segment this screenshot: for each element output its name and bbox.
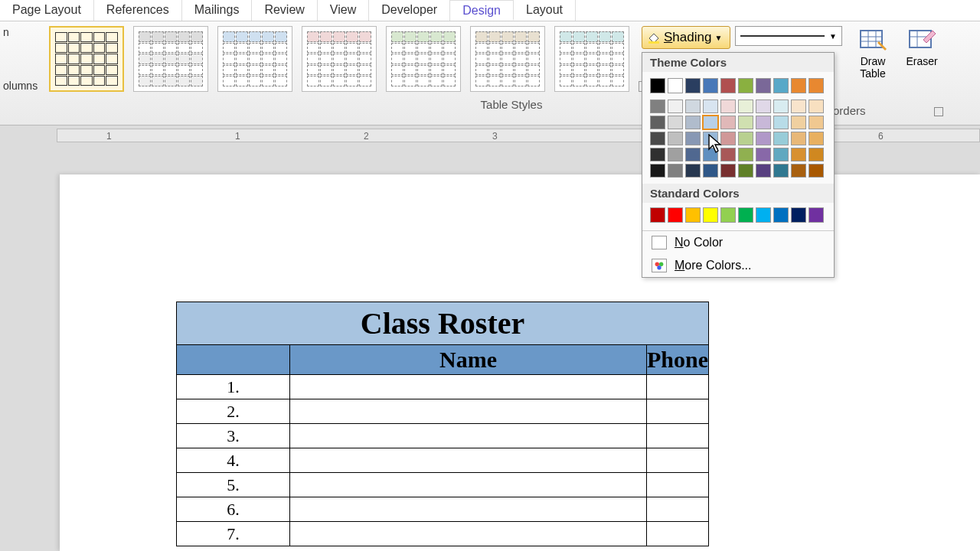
draw-table-button[interactable]: DrawTable	[851, 26, 894, 80]
color-swatch[interactable]	[808, 148, 824, 161]
tab-view[interactable]: View	[318, 0, 369, 21]
table-style-thumb-7[interactable]	[554, 26, 629, 92]
color-swatch[interactable]	[650, 99, 665, 113]
color-swatch[interactable]	[650, 116, 665, 129]
color-swatch[interactable]	[808, 116, 824, 129]
color-swatch[interactable]	[703, 78, 718, 93]
color-swatch[interactable]	[668, 132, 683, 145]
color-swatch[interactable]	[738, 207, 753, 223]
color-swatch[interactable]	[650, 78, 665, 93]
color-swatch[interactable]	[773, 207, 789, 223]
table-row[interactable]: 3.	[177, 424, 709, 448]
class-roster-table[interactable]: Class Roster Name Phone 1.2.3.4.5.6.7.	[176, 302, 709, 546]
row-number-cell[interactable]: 5.	[177, 473, 290, 497]
color-swatch[interactable]	[703, 116, 718, 129]
color-swatch[interactable]	[773, 164, 789, 178]
border-line-style[interactable]: ▼	[735, 26, 842, 46]
name-cell[interactable]	[290, 522, 647, 546]
name-cell[interactable]	[290, 375, 647, 399]
name-cell[interactable]	[290, 399, 647, 424]
color-swatch[interactable]	[650, 132, 665, 145]
color-swatch[interactable]	[791, 132, 806, 145]
phone-cell[interactable]	[647, 522, 709, 546]
table-row[interactable]: 6.	[177, 497, 709, 522]
tab-developer[interactable]: Developer	[369, 0, 450, 21]
color-swatch[interactable]	[756, 132, 771, 145]
color-swatch[interactable]	[738, 116, 753, 129]
color-swatch[interactable]	[685, 164, 701, 178]
color-swatch[interactable]	[756, 116, 771, 129]
color-swatch[interactable]	[720, 207, 736, 223]
color-swatch[interactable]	[756, 207, 771, 223]
tab-layout[interactable]: Layout	[514, 0, 576, 21]
color-swatch[interactable]	[773, 99, 789, 113]
table-style-thumb-3[interactable]	[217, 26, 292, 92]
phone-cell[interactable]	[647, 424, 709, 448]
color-swatch[interactable]	[738, 99, 753, 113]
color-swatch[interactable]	[668, 116, 683, 129]
color-swatch[interactable]	[650, 164, 665, 178]
color-swatch[interactable]	[773, 148, 789, 161]
name-cell[interactable]	[290, 424, 647, 448]
name-cell[interactable]	[290, 448, 647, 473]
shading-button[interactable]: Shading ▼	[642, 26, 730, 49]
color-swatch[interactable]	[808, 132, 824, 145]
no-color-item[interactable]: No Color	[642, 230, 834, 254]
color-swatch[interactable]	[720, 116, 736, 129]
phone-cell[interactable]	[647, 497, 709, 522]
color-swatch[interactable]	[791, 78, 806, 93]
color-swatch[interactable]	[720, 99, 736, 113]
tab-mailings[interactable]: Mailings	[182, 0, 253, 21]
more-colors-item[interactable]: More Colors...	[642, 254, 834, 277]
color-swatch[interactable]	[756, 78, 771, 93]
color-swatch[interactable]	[703, 164, 718, 178]
table-style-thumb-2[interactable]	[133, 26, 208, 92]
color-swatch[interactable]	[685, 99, 701, 113]
color-swatch[interactable]	[650, 148, 665, 161]
color-swatch[interactable]	[791, 148, 806, 161]
color-swatch[interactable]	[791, 116, 806, 129]
tab-page-layout[interactable]: Page Layout	[0, 0, 94, 21]
color-swatch[interactable]	[756, 164, 771, 178]
table-title-cell[interactable]: Class Roster	[177, 302, 709, 345]
phone-cell[interactable]	[647, 448, 709, 473]
color-swatch[interactable]	[685, 148, 701, 161]
tab-references[interactable]: References	[94, 0, 182, 21]
table-header-name[interactable]: Name	[290, 345, 647, 375]
color-swatch[interactable]	[668, 164, 683, 178]
color-swatch[interactable]	[791, 164, 806, 178]
table-row[interactable]: 4.	[177, 448, 709, 473]
color-swatch[interactable]	[808, 207, 824, 223]
phone-cell[interactable]	[647, 375, 709, 399]
color-swatch[interactable]	[756, 99, 771, 113]
horizontal-ruler[interactable]: 1 1 2 3 5 6	[57, 129, 980, 142]
color-swatch[interactable]	[791, 99, 806, 113]
color-swatch[interactable]	[720, 78, 736, 93]
table-header-phone[interactable]: Phone	[647, 345, 709, 375]
color-swatch[interactable]	[703, 99, 718, 113]
color-swatch[interactable]	[668, 99, 683, 113]
table-style-thumb-5[interactable]	[386, 26, 461, 92]
table-row[interactable]: 1.	[177, 375, 709, 399]
color-swatch[interactable]	[685, 116, 701, 129]
eraser-button[interactable]: Eraser	[900, 26, 943, 67]
row-number-cell[interactable]: 3.	[177, 424, 290, 448]
row-number-cell[interactable]: 4.	[177, 448, 290, 473]
table-style-thumb-6[interactable]	[470, 26, 545, 92]
row-number-cell[interactable]: 1.	[177, 375, 290, 399]
color-swatch[interactable]	[808, 99, 824, 113]
document-page[interactable]: Class Roster Name Phone 1.2.3.4.5.6.7.	[60, 174, 980, 551]
color-swatch[interactable]	[773, 132, 789, 145]
color-swatch[interactable]	[756, 148, 771, 161]
name-cell[interactable]	[290, 473, 647, 497]
color-swatch[interactable]	[668, 78, 683, 93]
color-swatch[interactable]	[773, 78, 789, 93]
color-swatch[interactable]	[808, 164, 824, 178]
color-swatch[interactable]	[738, 78, 753, 93]
color-swatch[interactable]	[650, 207, 665, 223]
row-number-cell[interactable]: 2.	[177, 399, 290, 424]
color-swatch[interactable]	[808, 78, 824, 93]
table-style-thumb-1[interactable]	[49, 26, 124, 92]
table-row[interactable]: 2.	[177, 399, 709, 424]
name-cell[interactable]	[290, 497, 647, 522]
